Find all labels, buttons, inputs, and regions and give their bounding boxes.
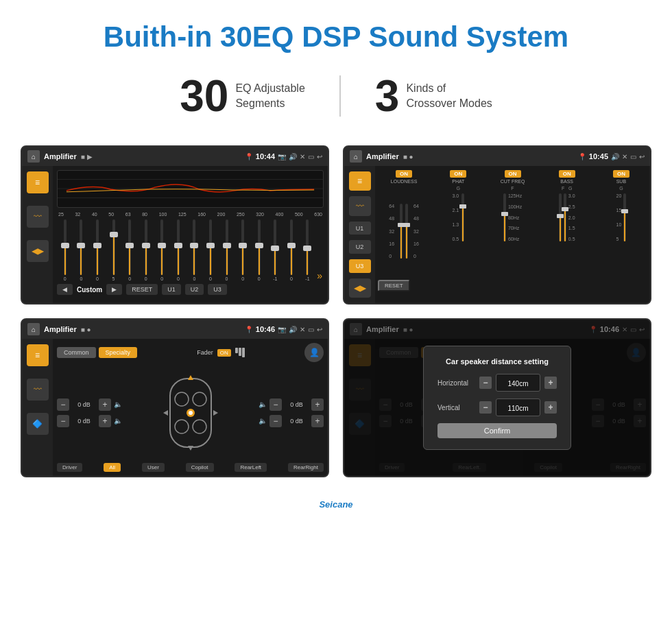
fader-on-badge[interactable]: ON <box>217 349 231 357</box>
sub-slider[interactable] <box>623 193 626 241</box>
all-btn[interactable]: All <box>104 463 121 472</box>
home-icon[interactable]: ⌂ <box>27 150 40 163</box>
vol-plus-br[interactable]: + <box>311 415 324 427</box>
camera-icon-3: 📷 <box>278 326 286 333</box>
screen-speaker: ⌂ Amplifier ■ ● 📍 10:46 📷 🔊 ✕ ▭ ↩ ≡ 〰 🔷 <box>21 318 329 477</box>
eq-btn-2[interactable]: ≡ <box>349 171 371 191</box>
channel-bass: ON BASS F G <box>541 170 593 276</box>
rear-right-btn[interactable]: RearRight <box>288 463 324 472</box>
vol-plus-bl[interactable]: + <box>99 415 111 427</box>
volume-down-btn[interactable]: ◀▶ <box>27 240 49 262</box>
loudness-name: LOUDNESS <box>391 179 418 184</box>
eq-slider-3[interactable]: 5 <box>107 219 121 281</box>
bass-slider-2[interactable] <box>564 193 566 241</box>
fader-bar-1 <box>235 348 238 353</box>
bass-name: BASS <box>560 179 573 184</box>
u3-btn[interactable]: U3 <box>208 284 227 295</box>
user-btn[interactable]: User <box>142 463 165 472</box>
eq-slider-10[interactable]: 0 <box>220 219 234 281</box>
stat-eq: 30 EQ AdjustableSegments <box>145 74 339 118</box>
eq-btn-3[interactable]: ≡ <box>27 344 49 366</box>
eq-slider-9[interactable]: 0 <box>204 219 217 281</box>
eq-btn[interactable]: ≡ <box>27 171 49 193</box>
play-fwd-btn[interactable]: ▶ <box>106 284 122 295</box>
u2-btn[interactable]: U2 <box>185 284 204 295</box>
vol-minus-bl[interactable]: − <box>57 415 69 427</box>
screen3-time: 10:46 <box>256 325 275 333</box>
bass-slider-1[interactable] <box>559 193 562 241</box>
eq-slider-2[interactable]: 0 <box>91 219 104 281</box>
eq-slider-12[interactable]: 0 <box>252 219 266 281</box>
stat-eq-number: 30 <box>180 74 228 118</box>
back-icon-2[interactable]: ↩ <box>639 153 645 160</box>
sub-on-btn[interactable]: ON <box>613 170 629 178</box>
close-icon-2[interactable]: ✕ <box>622 153 627 160</box>
eq-slider-14[interactable]: 0 <box>285 219 298 281</box>
u3-sidebar-btn[interactable]: U3 <box>349 259 371 273</box>
bt-btn-3[interactable]: 🔷 <box>27 413 49 435</box>
loudness-on-btn[interactable]: ON <box>396 170 412 178</box>
stat-crossover: 3 Kinds ofCrossover Modes <box>341 74 527 118</box>
eq-slider-11[interactable]: 0 <box>236 219 250 281</box>
vol-plus-tr[interactable]: + <box>311 398 324 411</box>
confirm-button[interactable]: Confirm <box>437 423 557 438</box>
vol-minus-tl[interactable]: − <box>57 398 69 411</box>
channel-phat: ON PHAT G 3.0 2.1 1.3 0.5 <box>432 170 484 276</box>
back-icon[interactable]: ↩ <box>317 153 322 160</box>
home-icon-3[interactable]: ⌂ <box>27 323 40 335</box>
u2-sidebar-btn[interactable]: U2 <box>349 240 371 254</box>
driver-btn[interactable]: Driver <box>57 463 82 472</box>
specialty-mode-btn[interactable]: Specialty <box>99 347 138 358</box>
u1-btn[interactable]: U1 <box>162 284 181 295</box>
vol-plus-tl[interactable]: + <box>99 398 111 411</box>
phat-slider[interactable] <box>461 193 464 241</box>
home-icon-2[interactable]: ⌂ <box>350 150 362 163</box>
wave-btn-2[interactable]: 〰 <box>349 196 371 215</box>
common-mode-btn[interactable]: Common <box>57 347 96 358</box>
copilot-btn[interactable]: Copilot <box>186 463 214 472</box>
loudness-slider-2[interactable] <box>405 204 408 259</box>
channel-cutfreq: ON CUT FREQ F 125Hz 1 <box>486 170 538 276</box>
stat-crossover-label: Kinds ofCrossover Modes <box>406 81 492 112</box>
screen2-icons: ■ ● <box>403 153 413 160</box>
vol-minus-tr[interactable]: − <box>269 398 282 411</box>
eq-slider-15[interactable]: -1 <box>301 219 315 281</box>
eq-slider-1[interactable]: 0 <box>75 219 88 281</box>
page-title: Buith-in 30EQ DSP Sound System <box>0 0 672 67</box>
vertical-minus-btn[interactable]: − <box>479 401 492 414</box>
u1-sidebar-btn[interactable]: U1 <box>349 222 371 235</box>
eq-slider-6[interactable]: 0 <box>155 219 169 281</box>
volume-sidebar-btn[interactable]: ◀▶ <box>349 278 371 298</box>
eq-slider-5[interactable]: 0 <box>139 219 153 281</box>
close-icon[interactable]: ✕ <box>300 153 305 160</box>
rear-left-btn[interactable]: RearLeft <box>235 463 267 472</box>
reset-btn[interactable]: RESET <box>126 284 158 295</box>
vol-minus-br[interactable]: − <box>269 415 282 427</box>
vol-row-tl: − 0 dB + 🔈 <box>57 398 122 411</box>
horizontal-plus-btn[interactable]: + <box>544 377 557 389</box>
eq-slider-8[interactable]: 0 <box>188 219 202 281</box>
play-back-btn[interactable]: ◀ <box>57 284 73 295</box>
bass-on-btn[interactable]: ON <box>559 170 575 178</box>
close-icon-3[interactable]: ✕ <box>300 326 305 333</box>
eq-slider-7[interactable]: 0 <box>171 219 185 281</box>
cutfreq-slider[interactable] <box>503 193 506 241</box>
eq-slider-13[interactable]: -1 <box>269 219 283 281</box>
screen3-topbar: ⌂ Amplifier ■ ● 📍 10:46 📷 🔊 ✕ ▭ ↩ <box>22 320 328 339</box>
window-icon-3: ▭ <box>308 326 314 333</box>
wave-btn[interactable]: 〰 <box>27 206 49 228</box>
eq-slider-4[interactable]: 0 <box>123 219 136 281</box>
wave-btn-3[interactable]: 〰 <box>27 379 49 401</box>
screen3-sidebar: ≡ 〰 🔷 <box>22 339 53 476</box>
screen2-topbar-right: 📍 10:45 🔊 ✕ ▭ ↩ <box>578 152 645 160</box>
vertical-plus-btn[interactable]: + <box>544 401 557 414</box>
phat-on-btn[interactable]: ON <box>450 170 466 178</box>
horizontal-minus-btn[interactable]: − <box>479 377 492 389</box>
phat-nums: 3.0 2.1 1.3 0.5 <box>452 193 459 241</box>
back-icon-3[interactable]: ↩ <box>317 326 322 333</box>
cutfreq-on-btn[interactable]: ON <box>505 170 521 178</box>
more-sliders-chevron[interactable]: » <box>317 270 322 281</box>
loudness-slider-1[interactable] <box>400 204 403 259</box>
eq-slider-0[interactable]: 0 <box>58 219 72 281</box>
crossover-reset-btn[interactable]: RESET <box>378 280 410 291</box>
